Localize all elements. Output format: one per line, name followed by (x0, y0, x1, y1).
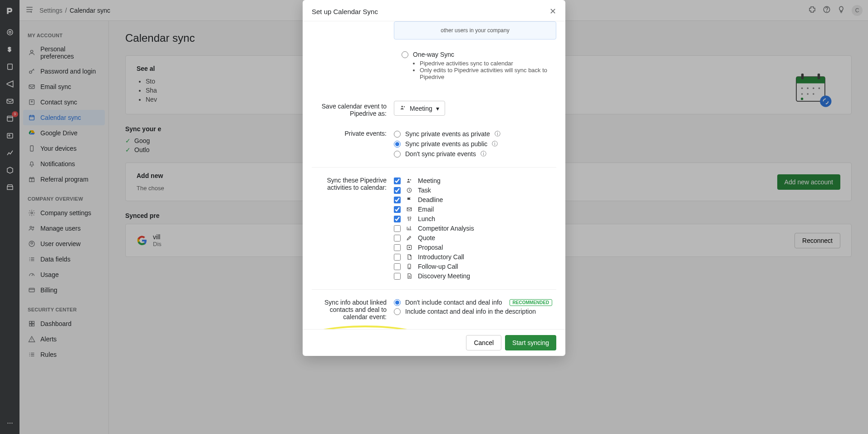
activity-label: Deadline (418, 196, 443, 203)
activity-checkbox[interactable] (394, 235, 401, 242)
activity-label: Proposal (418, 244, 443, 251)
two-way-sync-option[interactable]: other users in your company (394, 21, 556, 39)
private-as-private-radio[interactable] (394, 131, 401, 138)
activity-checkbox[interactable] (394, 216, 401, 222)
activity-row: Lunch (394, 215, 556, 222)
activity-label: Follow-up Call (418, 263, 458, 270)
private-option-label: Sync private events as public (405, 140, 487, 148)
modal-title: Set up Calendar Sync (312, 8, 378, 15)
activity-checkbox[interactable] (394, 206, 401, 213)
doc2-icon (405, 273, 413, 279)
people-icon (400, 104, 406, 112)
activity-label: Email (418, 206, 434, 213)
activity-row: Task (394, 187, 556, 194)
activity-label: Lunch (418, 215, 435, 222)
private-events-label: Private events: (312, 128, 387, 160)
activity-row: Competitor Analysis (394, 225, 556, 232)
modal-overlay: Set up Calendar Sync ✕ x other users in … (0, 0, 868, 434)
private-as-public-radio[interactable] (394, 141, 401, 148)
two-way-detail: other users in your company (402, 27, 549, 34)
save-as-dropdown[interactable]: Meeting ▾ (394, 101, 445, 116)
activity-row: Proposal (394, 244, 556, 251)
activity-label: Introductory Call (418, 253, 464, 261)
activity-row: Follow-up Call (394, 263, 556, 270)
dropdown-value: Meeting (410, 105, 432, 112)
close-icon[interactable]: ✕ (549, 6, 556, 16)
sync-info-label: Sync info about linked contacts and deal… (312, 297, 387, 321)
doc-icon (405, 254, 413, 260)
activity-checkbox[interactable] (394, 273, 401, 280)
svg-point-51 (409, 268, 409, 268)
activity-row: Discovery Meeting (394, 272, 556, 280)
activity-label: Discovery Meeting (418, 272, 470, 280)
private-option-label: Don't sync private events (405, 150, 476, 158)
start-syncing-button[interactable]: Start syncing (505, 335, 556, 350)
activities-label: Sync these Pipedrive activities to calen… (312, 175, 387, 282)
activity-checkbox[interactable] (394, 197, 401, 203)
activity-row: Meeting (394, 177, 556, 184)
activity-checkbox[interactable] (394, 225, 401, 232)
activity-checkbox[interactable] (394, 244, 401, 251)
one-way-sync-option[interactable]: One-way Sync Pipedrive activities sync t… (394, 43, 556, 86)
svg-point-47 (410, 179, 411, 180)
private-option-label: Sync private events as private (405, 130, 490, 138)
cancel-button[interactable]: Cancel (466, 335, 501, 350)
clock-icon (405, 187, 413, 193)
activity-checkbox[interactable] (394, 178, 401, 184)
info-icon[interactable]: ⓘ (481, 150, 486, 158)
activity-row: Quote (394, 234, 556, 242)
edit-icon (405, 235, 413, 241)
dont-include-radio[interactable] (394, 299, 401, 306)
one-way-bullet: Only edits to Pipedrive activities will … (420, 67, 549, 80)
activity-row: Deadline (394, 196, 556, 203)
activity-checkbox[interactable] (394, 263, 401, 270)
chart-icon (405, 225, 413, 232)
info-icon[interactable]: ⓘ (495, 130, 500, 138)
one-way-bullet: Pipedrive activities sync to calendar (420, 60, 549, 67)
svg-point-45 (404, 106, 405, 107)
lunch-icon (405, 216, 413, 222)
email-icon (405, 206, 413, 212)
svg-point-44 (402, 106, 403, 108)
people-icon (405, 178, 413, 184)
activity-row: Introductory Call (394, 253, 556, 261)
chevron-down-icon: ▾ (436, 105, 439, 112)
info-icon[interactable]: ⓘ (492, 140, 498, 148)
one-way-radio[interactable] (402, 51, 408, 58)
activity-label: Quote (418, 234, 435, 242)
activity-checkbox[interactable] (394, 254, 401, 261)
activity-label: Meeting (418, 177, 441, 184)
activity-checkbox[interactable] (394, 187, 401, 194)
save-as-label: Save calendar event to Pipedrive as: (312, 101, 387, 117)
annotation-highlight (304, 326, 427, 329)
sync-info-option-label: Don't include contact and deal info (405, 299, 502, 306)
play-icon (405, 244, 413, 251)
one-way-label: One-way Sync (413, 51, 454, 58)
sync-info-option-label: Include contact and deal info in the des… (405, 308, 536, 315)
svg-point-46 (408, 179, 410, 181)
include-radio[interactable] (394, 308, 401, 315)
dont-sync-private-radio[interactable] (394, 151, 401, 158)
flag-icon (405, 197, 413, 203)
activity-row: Email (394, 206, 556, 213)
recommended-badge: RECOMMENDED (510, 299, 553, 306)
activity-label: Competitor Analysis (418, 225, 474, 232)
activity-label: Task (418, 187, 431, 194)
calendar-sync-modal: Set up Calendar Sync ✕ x other users in … (303, 0, 565, 356)
phone-icon (405, 263, 413, 270)
